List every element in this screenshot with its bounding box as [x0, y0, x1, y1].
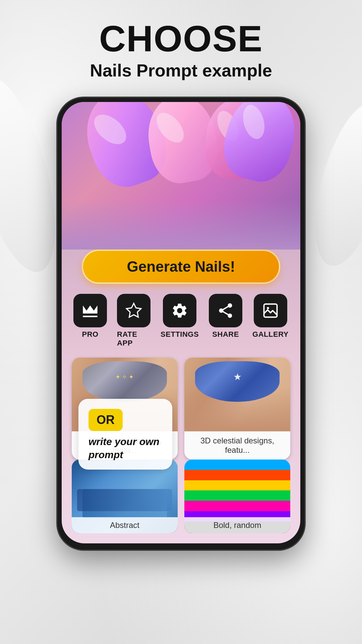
star-icon: [125, 302, 142, 319]
nail-art-glitter-overlay: [82, 361, 167, 402]
share-icon: [217, 302, 234, 319]
gallery-item-4[interactable]: Bold, random: [184, 460, 290, 533]
page-subtitle: Nails Prompt example: [90, 60, 272, 80]
actions-row: PRO RATE APP: [62, 287, 300, 354]
gallery-icon-box: [254, 294, 287, 327]
screen-content: Generate Nails! PRO: [62, 243, 300, 543]
settings-icon-box: [163, 294, 196, 327]
or-badge: OR: [88, 409, 123, 431]
svg-point-1: [267, 307, 269, 309]
nail-art-blue-bg: [184, 358, 290, 431]
svg-rect-0: [264, 304, 277, 317]
gallery-caption-4: Bold, random: [184, 517, 290, 533]
action-share[interactable]: SHARE: [209, 294, 242, 347]
gallery-image-2: [184, 358, 290, 431]
gallery-label: GALLERY: [252, 330, 289, 339]
pro-label: PRO: [82, 330, 99, 339]
hero-gradient: [62, 199, 300, 250]
share-label: SHARE: [212, 330, 239, 339]
rate-app-icon-box: [117, 294, 150, 327]
generate-btn-container: Generate Nails!: [62, 243, 300, 287]
crown-icon: [81, 302, 99, 319]
nail-art-blue-overlay: [195, 361, 280, 402]
hero-image: [62, 102, 300, 250]
gear-icon: [171, 302, 188, 319]
rate-app-label: RATE APP: [117, 330, 150, 347]
gallery-bottom-row: Abstract Bold, random: [62, 460, 300, 533]
action-settings[interactable]: SETTINGS: [161, 294, 199, 347]
phone-mockup: Generate Nails! PRO: [57, 97, 305, 550]
page-title: CHOOSE: [99, 20, 263, 57]
share-icon-box: [209, 294, 242, 327]
action-gallery[interactable]: GALLERY: [252, 294, 289, 347]
page-container: CHOOSE Nails Prompt example Generate Nai…: [0, 0, 362, 550]
gallery-item-3[interactable]: Abstract: [72, 460, 178, 533]
image-icon: [262, 302, 279, 319]
write-prompt-text: write your own prompt: [88, 435, 162, 461]
action-rate-app[interactable]: RATE APP: [117, 294, 150, 347]
phone-screen: Generate Nails! PRO: [62, 102, 300, 543]
action-pro[interactable]: PRO: [73, 294, 107, 347]
settings-label: SETTINGS: [161, 330, 199, 339]
generate-nails-button[interactable]: Generate Nails!: [82, 250, 280, 284]
pro-icon-box: [73, 294, 107, 327]
gallery-caption-3: Abstract: [72, 517, 178, 533]
gallery-item-2[interactable]: 3D celestial designs, featu...: [184, 358, 290, 460]
or-prompt-overlay: OR write your own prompt: [78, 399, 172, 470]
gallery-caption-2: 3D celestial designs, featu...: [184, 431, 290, 460]
